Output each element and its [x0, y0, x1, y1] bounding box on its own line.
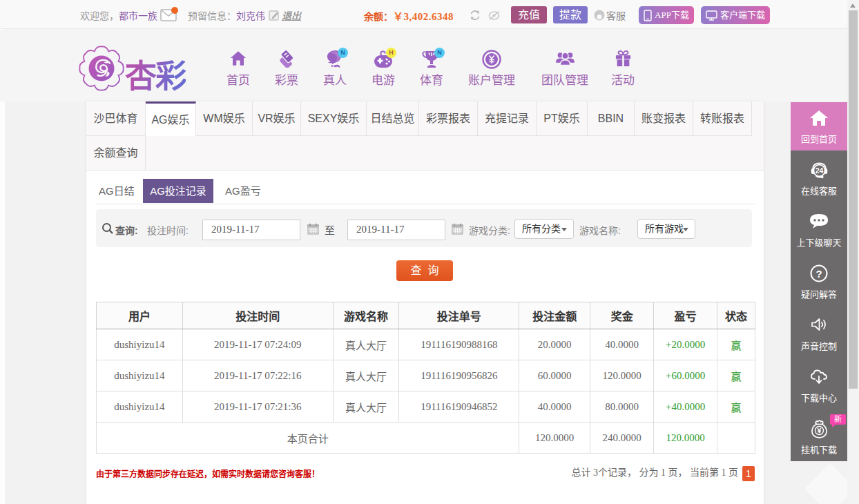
svg-text:?: ? [815, 268, 822, 280]
svg-text:24: 24 [815, 166, 824, 175]
